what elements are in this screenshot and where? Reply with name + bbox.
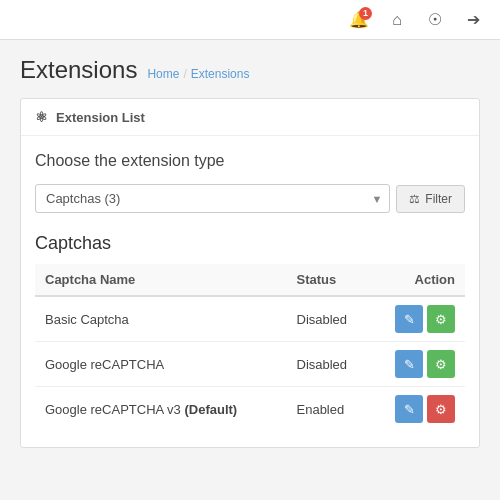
page-title: Extensions (20, 56, 137, 84)
card-header: ⚛ Extension List (21, 99, 479, 136)
puzzle-icon: ⚛ (35, 109, 48, 125)
table-row: Google reCAPTCHA Disabled ✎ ⚙ (35, 342, 465, 387)
action-btn-group-2: ✎ ⚙ (395, 350, 455, 378)
main-content: Extensions Home / Extensions ⚛ Extension… (0, 40, 500, 464)
delete-button-3[interactable]: ⚙ (427, 395, 455, 423)
globe-icon[interactable]: ☉ (420, 5, 450, 35)
extension-card: ⚛ Extension List Choose the extension ty… (20, 98, 480, 448)
captcha-table: Captcha Name Status Action Basic Captcha… (35, 264, 465, 431)
table-row: Basic Captcha Disabled ✎ ⚙ (35, 296, 465, 342)
notification-badge: 1 (359, 7, 372, 20)
filter-button[interactable]: ⚖ Filter (396, 185, 465, 213)
extension-type-select[interactable]: Captchas (3) (35, 184, 390, 213)
captcha-actions-1: ✎ ⚙ (370, 296, 465, 342)
extension-type-select-wrapper: Captchas (3) ▼ (35, 184, 390, 213)
col-name: Captcha Name (35, 264, 287, 296)
filter-icon: ⚖ (409, 192, 420, 206)
filter-button-label: Filter (425, 192, 452, 206)
col-status: Status (287, 264, 371, 296)
captcha-status-3: Enabled (287, 387, 371, 432)
bell-icon[interactable]: 🔔 1 (344, 5, 374, 35)
breadcrumb-current[interactable]: Extensions (191, 67, 250, 81)
card-header-label: Extension List (56, 110, 145, 125)
table-header-row: Captcha Name Status Action (35, 264, 465, 296)
captcha-actions-3: ✎ ⚙ (370, 387, 465, 432)
captcha-name-3: Google reCAPTCHA v3 (Default) (35, 387, 287, 432)
captcha-status-2: Disabled (287, 342, 371, 387)
section-heading: Captchas (35, 233, 465, 254)
captcha-name-1: Basic Captcha (35, 296, 287, 342)
table-row: Google reCAPTCHA v3 (Default) Enabled ✎ … (35, 387, 465, 432)
action-btn-group-3: ✎ ⚙ (395, 395, 455, 423)
captcha-name-bold: (Default) (184, 402, 237, 417)
breadcrumb: Home / Extensions (147, 67, 249, 81)
card-body: Choose the extension type Captchas (3) ▼… (21, 136, 479, 447)
signout-icon[interactable]: ➔ (458, 5, 488, 35)
settings-button-1[interactable]: ⚙ (427, 305, 455, 333)
captcha-name-plain: Google reCAPTCHA v3 (45, 402, 181, 417)
captcha-actions-2: ✎ ⚙ (370, 342, 465, 387)
topbar: 🔔 1 ⌂ ☉ ➔ (0, 0, 500, 40)
section-title: Choose the extension type (35, 152, 465, 170)
edit-button-1[interactable]: ✎ (395, 305, 423, 333)
edit-button-2[interactable]: ✎ (395, 350, 423, 378)
captcha-name-2: Google reCAPTCHA (35, 342, 287, 387)
settings-button-2[interactable]: ⚙ (427, 350, 455, 378)
filter-row: Captchas (3) ▼ ⚖ Filter (35, 184, 465, 213)
edit-button-3[interactable]: ✎ (395, 395, 423, 423)
page-header: Extensions Home / Extensions (20, 56, 480, 84)
breadcrumb-home[interactable]: Home (147, 67, 179, 81)
action-btn-group-1: ✎ ⚙ (395, 305, 455, 333)
captcha-status-1: Disabled (287, 296, 371, 342)
col-action: Action (370, 264, 465, 296)
breadcrumb-separator: / (183, 67, 186, 81)
home-icon[interactable]: ⌂ (382, 5, 412, 35)
